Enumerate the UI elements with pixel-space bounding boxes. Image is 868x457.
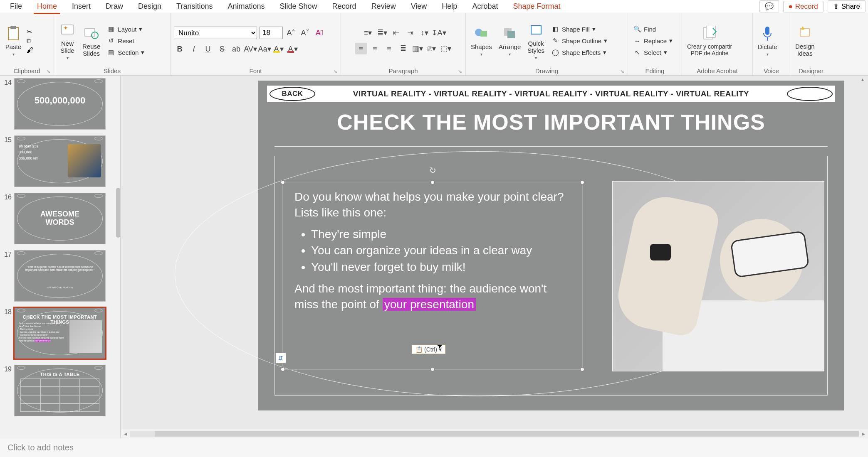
font-size-input[interactable] — [260, 27, 283, 39]
drawing-launcher-icon[interactable]: ↘ — [620, 69, 624, 74]
layout-button[interactable]: ▦Layout ▾ — [105, 24, 146, 34]
adobe-pdf-button[interactable]: Crear y compartir PDF de Adobe — [685, 24, 734, 57]
tab-transitions[interactable]: Transitions — [169, 0, 220, 13]
decrease-indent-button[interactable]: ⇤ — [391, 27, 402, 39]
thumb-15[interactable]: 15 9h 55m 23s333,000386,000 km — [2, 135, 119, 187]
find-button[interactable]: 🔍Find — [631, 24, 674, 34]
handle-ne[interactable] — [580, 180, 584, 184]
align-right-button[interactable]: ≡ — [383, 43, 395, 54]
bullet-list[interactable]: They're simple You can organize your ide… — [311, 226, 571, 275]
char-spacing-button[interactable]: AV▾ — [245, 43, 256, 55]
notes-pane[interactable]: Click to add notes — [0, 438, 868, 457]
tab-record[interactable]: Record — [325, 0, 364, 13]
tab-draw[interactable]: Draw — [98, 0, 131, 13]
highlight-color-button[interactable]: A▾ — [273, 43, 284, 55]
font-color-button[interactable]: A▾ — [287, 43, 299, 55]
tab-acrobat[interactable]: Acrobat — [465, 0, 505, 13]
thumb-16[interactable]: 16 AWESOME WORDS — [2, 193, 119, 244]
quick-styles-button[interactable]: Quick Styles▾ — [526, 21, 546, 61]
bullet-2[interactable]: You can organize your ideas in a clear w… — [311, 243, 571, 258]
bullets-button[interactable]: ≡▾ — [362, 27, 374, 39]
shape-fill-button[interactable]: ◧Shape Fill ▾ — [549, 24, 609, 34]
handle-sw[interactable] — [281, 367, 285, 371]
tab-design[interactable]: Design — [131, 0, 169, 13]
shape-outline-button[interactable]: ✎Shape Outline ▾ — [549, 36, 609, 46]
shapes-button[interactable]: Shapes▾ — [469, 24, 494, 57]
arrange-button[interactable]: Arrange▾ — [497, 24, 522, 57]
align-text-button[interactable]: ⎚▾ — [426, 43, 438, 54]
handle-s[interactable] — [430, 367, 435, 371]
back-button[interactable]: BACK — [270, 87, 315, 101]
canvas-scroll-up[interactable]: ▴ — [858, 76, 867, 82]
tab-insert[interactable]: Insert — [64, 0, 98, 13]
slide-title[interactable]: CHECK THE MOST IMPORTANT THINGS — [274, 110, 828, 135]
bullet-3[interactable]: You'll never forget to buy milk! — [311, 259, 571, 275]
copy-button[interactable]: ⧉ — [27, 37, 33, 45]
underline-button[interactable]: U — [202, 43, 214, 55]
align-center-button[interactable]: ≡ — [369, 43, 381, 54]
strikethrough-button[interactable]: S — [216, 43, 228, 55]
select-button[interactable]: ↖Select ▾ — [631, 47, 674, 57]
tab-animations[interactable]: Animations — [220, 0, 272, 13]
rotate-handle-icon[interactable]: ↻ — [429, 165, 436, 176]
section-button[interactable]: ▤Section ▾ — [105, 47, 146, 57]
tab-help[interactable]: Help — [434, 0, 465, 13]
tab-view[interactable]: View — [403, 0, 435, 13]
body-text-box[interactable]: ↻ Do you know what helps you make your p… — [283, 182, 582, 369]
shadow-button[interactable]: ab — [230, 43, 242, 55]
font-name-select[interactable]: Nunito — [174, 27, 257, 39]
autofit-options-button[interactable]: ⇵ — [275, 353, 286, 364]
new-slide-button[interactable]: ✦ New Slide▾ — [57, 21, 77, 61]
bullet-1[interactable]: They're simple — [311, 226, 571, 242]
thumb-scrollbar[interactable] — [116, 188, 120, 238]
italic-button[interactable]: I — [188, 43, 200, 55]
hscroll-thumb[interactable] — [155, 431, 859, 437]
cut-button[interactable]: ✂ — [27, 28, 33, 36]
decrease-font-button[interactable]: A˅ — [299, 27, 311, 39]
intro-text[interactable]: Do you know what helps you make your poi… — [294, 189, 571, 221]
design-ideas-button[interactable]: Design Ideas — [794, 24, 816, 58]
hscroll-right[interactable]: ▸ — [859, 430, 868, 437]
font-launcher-icon[interactable]: ↘ — [333, 69, 337, 74]
format-painter-button[interactable]: 🖌 — [27, 47, 33, 54]
thumb-14[interactable]: 14 500,000,000 — [2, 78, 119, 130]
line-spacing-button[interactable]: ↕▾ — [419, 27, 430, 39]
reset-button[interactable]: ↺Reset — [105, 36, 146, 46]
share-button[interactable]: ⇪Share — [828, 0, 866, 12]
numbering-button[interactable]: ≣▾ — [376, 27, 388, 39]
text-direction-button[interactable]: ↧A▾ — [433, 27, 445, 39]
hscroll-left[interactable]: ◂ — [121, 430, 130, 437]
slide-image[interactable] — [612, 181, 824, 371]
handle-nw[interactable] — [281, 180, 285, 184]
bold-button[interactable]: B — [174, 43, 185, 55]
slide-canvas[interactable]: BACK VIRTUAL REALITY - VIRTUAL REALITY -… — [258, 81, 844, 410]
tab-slideshow[interactable]: Slide Show — [272, 0, 325, 13]
thumbnail-panel[interactable]: 14 500,000,000 15 9h 55m 23s333,000386,0… — [0, 76, 121, 438]
tab-home[interactable]: Home — [30, 0, 64, 13]
paste-button[interactable]: Paste▾ — [3, 24, 23, 57]
record-button[interactable]: ●Record — [783, 1, 823, 12]
smartart-button[interactable]: ⬚▾ — [440, 43, 452, 54]
change-case-button[interactable]: Aa▾ — [259, 43, 270, 55]
clipboard-launcher-icon[interactable]: ↘ — [46, 69, 50, 74]
handle-n[interactable] — [430, 180, 435, 184]
thumb-19[interactable]: 19 THIS IS A TABLE — [2, 365, 119, 416]
columns-button[interactable]: ▥▾ — [412, 43, 423, 54]
comments-button[interactable]: 💬 — [759, 0, 779, 12]
outro-text[interactable]: And the most important thing: the audien… — [294, 281, 571, 312]
clear-formatting-button[interactable]: A⃠ — [314, 27, 325, 39]
tab-review[interactable]: Review — [364, 0, 403, 13]
horizontal-scrollbar[interactable]: ◂ ▸ — [121, 429, 868, 438]
shape-effects-button[interactable]: ◯Shape Effects ▾ — [549, 47, 609, 57]
align-left-button[interactable]: ≡ — [355, 43, 367, 54]
thumb-18[interactable]: 18 CHECK THE MOST IMPORTANT THINGS Do yo… — [2, 307, 119, 359]
handle-se[interactable] — [580, 367, 584, 371]
reuse-slides-button[interactable]: Reuse Slides — [81, 24, 102, 58]
increase-font-button[interactable]: A˄ — [285, 27, 297, 39]
paragraph-launcher-icon[interactable]: ↘ — [458, 69, 462, 74]
replace-button[interactable]: ↔Replace ▾ — [631, 36, 674, 46]
highlighted-text[interactable]: your presentation — [383, 298, 476, 311]
increase-indent-button[interactable]: ⇥ — [405, 27, 416, 39]
justify-button[interactable]: ≣ — [398, 43, 409, 54]
tab-shape-format[interactable]: Shape Format — [505, 0, 568, 13]
